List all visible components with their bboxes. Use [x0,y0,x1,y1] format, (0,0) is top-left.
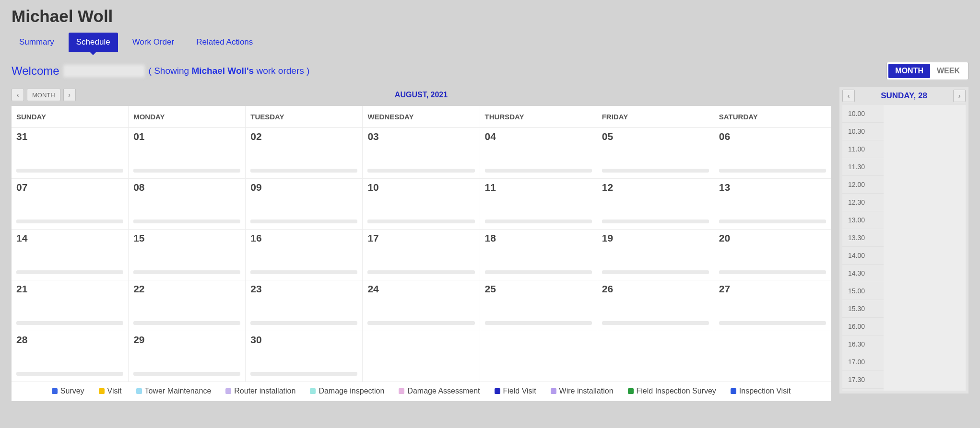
date-number: 26 [602,283,709,295]
calendar-cell[interactable] [363,331,480,382]
legend-swatch [399,388,404,394]
view-week-button[interactable]: WEEK [930,64,967,78]
calendar-cell[interactable]: 28 [12,331,129,382]
calendar-cell[interactable]: 25 [480,280,597,331]
prev-month-button[interactable]: ‹ [12,89,24,101]
calendar-cell[interactable]: 10 [363,179,480,230]
calendar-cell[interactable]: 19 [597,230,714,280]
calendar-cell[interactable]: 03 [363,128,480,179]
day-header: TUESDAY [246,106,363,128]
day-event-column[interactable] [884,105,966,391]
time-slot: 17.00 [842,353,884,371]
legend-item: Field Visit [495,387,536,395]
calendar-cell[interactable]: 24 [363,280,480,331]
time-slot: 12.30 [842,194,884,211]
calendar-cell[interactable]: 31 [12,128,129,179]
tab-work-order[interactable]: Work Order [125,33,182,52]
date-number: 11 [485,182,592,193]
calendar-cell[interactable]: 06 [714,128,831,179]
date-number: 10 [367,182,474,193]
time-slot: 11.00 [842,140,884,158]
date-number: 01 [133,131,240,142]
event-placeholder [16,270,123,274]
legend-swatch [628,388,634,394]
tab-schedule[interactable]: Schedule [69,33,118,52]
calendar-cell[interactable]: 13 [714,179,831,230]
time-slot: 16.00 [842,318,884,335]
calendar-cell[interactable]: 08 [129,179,246,230]
view-month-button[interactable]: MONTH [888,64,930,78]
date-number: 16 [250,232,357,244]
month-nav: ‹ MONTH › AUGUST, 2021 [12,89,831,101]
legend-swatch [731,388,736,394]
calendar-cell[interactable]: 09 [246,179,363,230]
legend-label: Wire installation [559,387,614,395]
tab-summary[interactable]: Summary [12,33,62,52]
event-placeholder [16,321,123,325]
calendar-cell[interactable]: 20 [714,230,831,280]
legend-label: Router installation [234,387,295,395]
calendar-cell[interactable]: 29 [129,331,246,382]
legend-label: Damage Assessment [407,387,480,395]
legend-swatch [310,388,316,394]
next-month-button[interactable]: › [63,89,76,101]
calendar-cell[interactable]: 15 [129,230,246,280]
date-number: 06 [719,131,826,142]
calendar-cell[interactable]: 11 [480,179,597,230]
calendar-cell[interactable]: 22 [129,280,246,331]
calendar-cell[interactable]: 02 [246,128,363,179]
date-number: 04 [485,131,592,142]
calendar-cell[interactable] [714,331,831,382]
time-slot: 15.30 [842,300,884,318]
calendar-cell[interactable]: 16 [246,230,363,280]
date-number: 25 [485,283,592,295]
date-number: 08 [133,182,240,193]
legend-label: Field Visit [503,387,536,395]
legend-label: Damage inspection [319,387,384,395]
date-number: 27 [719,283,826,295]
time-slot: 16.30 [842,335,884,353]
calendar-cell[interactable]: 21 [12,280,129,331]
date-number: 12 [602,182,709,193]
date-number: 18 [485,232,592,244]
legend-item: Damage inspection [310,387,384,395]
event-placeholder [16,220,123,223]
prev-day-button[interactable]: ‹ [842,90,855,102]
event-placeholder [133,372,240,376]
event-placeholder [367,169,474,173]
event-placeholder [16,169,123,173]
tab-related-actions[interactable]: Related Actions [189,33,260,52]
date-number: 21 [16,283,123,295]
time-slot: 13.00 [842,211,884,229]
legend-label: Field Inspection Survey [637,387,716,395]
calendar-cell[interactable]: 14 [12,230,129,280]
legend-label: Visit [107,387,122,395]
calendar-cell[interactable]: 04 [480,128,597,179]
date-number: 31 [16,131,123,142]
event-placeholder [719,321,826,325]
legend-item: Damage Assessment [399,387,480,395]
showing-suffix: work orders ) [254,66,309,76]
calendar-cell[interactable]: 26 [597,280,714,331]
legend-label: Survey [60,387,84,395]
date-number: 14 [16,232,123,244]
legend-item: Router installation [225,387,295,395]
calendar-cell[interactable]: 18 [480,230,597,280]
today-month-button[interactable]: MONTH [27,89,60,101]
calendar-cell[interactable]: 01 [129,128,246,179]
calendar-cell[interactable]: 27 [714,280,831,331]
calendar-cell[interactable]: 07 [12,179,129,230]
day-header: SUNDAY [12,106,129,128]
legend-swatch [99,388,105,394]
calendar-cell[interactable]: 05 [597,128,714,179]
calendar-cell[interactable] [480,331,597,382]
next-day-button[interactable]: › [953,90,966,102]
date-number: 07 [16,182,123,193]
calendar-cell[interactable] [597,331,714,382]
calendar-cell[interactable]: 23 [246,280,363,331]
legend-item: Field Inspection Survey [628,387,716,395]
calendar-cell[interactable]: 17 [363,230,480,280]
event-placeholder [250,220,357,223]
calendar-cell[interactable]: 30 [246,331,363,382]
calendar-cell[interactable]: 12 [597,179,714,230]
